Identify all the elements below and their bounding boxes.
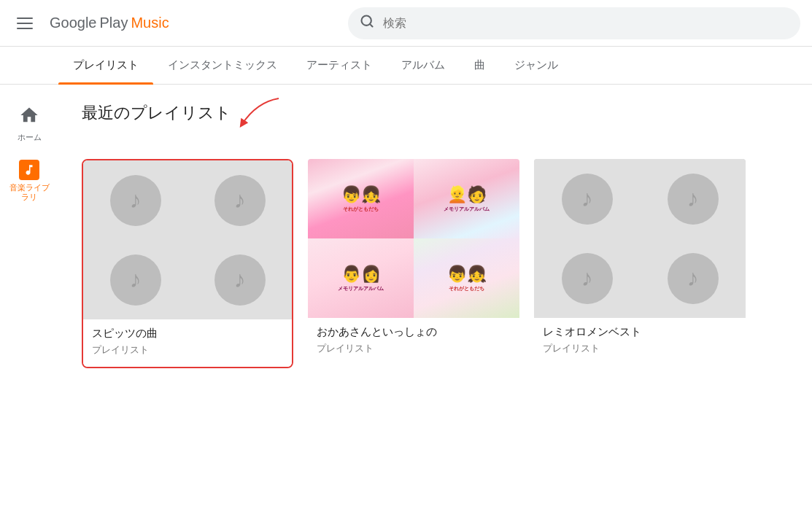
card-remio-art: ♪ ♪ ♪ ♪ (534, 159, 746, 318)
sidebar-item-library[interactable]: 音楽ライブラリ (3, 154, 55, 208)
card-art-cell-4: ♪ (187, 240, 292, 319)
card-spitz-subtitle: プレイリスト (92, 343, 283, 357)
card-remio-title: レミオロメンベスト (543, 325, 737, 339)
section-title: 最近のプレイリスト (82, 102, 231, 124)
search-icon (360, 14, 374, 32)
menu-button[interactable] (12, 10, 38, 36)
card-remio[interactable]: ♪ ♪ ♪ ♪ (534, 159, 746, 368)
card-art-cell-2: ♪ (187, 160, 292, 240)
search-bar[interactable] (348, 7, 800, 39)
tab-playlists[interactable]: プレイリスト (58, 47, 153, 85)
tab-albums[interactable]: アルバム (387, 47, 460, 85)
card-spitz-art: ♪ ♪ ♪ ♪ (83, 160, 292, 319)
header: Google Play Music (0, 0, 812, 47)
card-remio-subtitle: プレイリスト (543, 342, 737, 355)
sidebar-item-home[interactable]: ホーム (3, 99, 55, 148)
logo-play: Play (100, 15, 128, 31)
tab-songs[interactable]: 曲 (460, 47, 500, 85)
card-okaasan[interactable]: 👦👧 それがともだち 👱🧑 メモリアルアルバム (308, 159, 519, 368)
card-remio-art-cell-2: ♪ (640, 159, 746, 238)
card-art-cell-3: ♪ (83, 240, 187, 319)
cards-row: ♪ ♪ ♪ ♪ (82, 159, 789, 368)
sidebar: ホーム 音楽ライブラリ (0, 85, 58, 517)
card-spitz[interactable]: ♪ ♪ ♪ ♪ (82, 159, 293, 368)
sidebar-library-label: 音楽ライブラリ (6, 183, 53, 202)
logo: Google Play Music (50, 15, 169, 31)
tab-instant-mix[interactable]: インスタントミックス (153, 47, 292, 85)
search-input[interactable] (383, 17, 789, 30)
svg-line-1 (370, 24, 373, 27)
card-okaasan-title: おかあさんといっしょの (317, 325, 511, 339)
tab-artists[interactable]: アーティスト (292, 47, 387, 85)
tabs-bar: プレイリスト インスタントミックス アーティスト アルバム 曲 ジャンル (0, 47, 812, 85)
card-okaasan-info: おかあさんといっしょの プレイリスト (308, 318, 519, 365)
library-icon (19, 160, 39, 180)
card-remio-art-cell-4: ♪ (640, 238, 746, 318)
content-area: 最近のプレイリスト ♪ (58, 85, 812, 517)
logo-google: Google (50, 15, 97, 31)
card-spitz-title: スピッツの曲 (92, 327, 283, 341)
arrow-annotation (235, 95, 286, 131)
card-remio-art-cell-1: ♪ (534, 159, 640, 238)
card-remio-art-cell-3: ♪ (534, 238, 640, 318)
card-okaasan-subtitle: プレイリスト (317, 342, 511, 355)
sidebar-home-label: ホーム (18, 133, 42, 142)
card-okaasan-art: 👦👧 それがともだち 👱🧑 メモリアルアルバム (308, 159, 519, 318)
main-area: ホーム 音楽ライブラリ 最近のプレイリスト (0, 85, 812, 517)
logo-music: Music (131, 15, 169, 31)
card-spitz-info: スピッツの曲 プレイリスト (83, 319, 292, 367)
card-art-cell-1: ♪ (83, 160, 187, 240)
home-icon (19, 105, 39, 130)
tab-genres[interactable]: ジャンル (500, 47, 573, 85)
card-remio-info: レミオロメンベスト プレイリスト (534, 318, 746, 365)
